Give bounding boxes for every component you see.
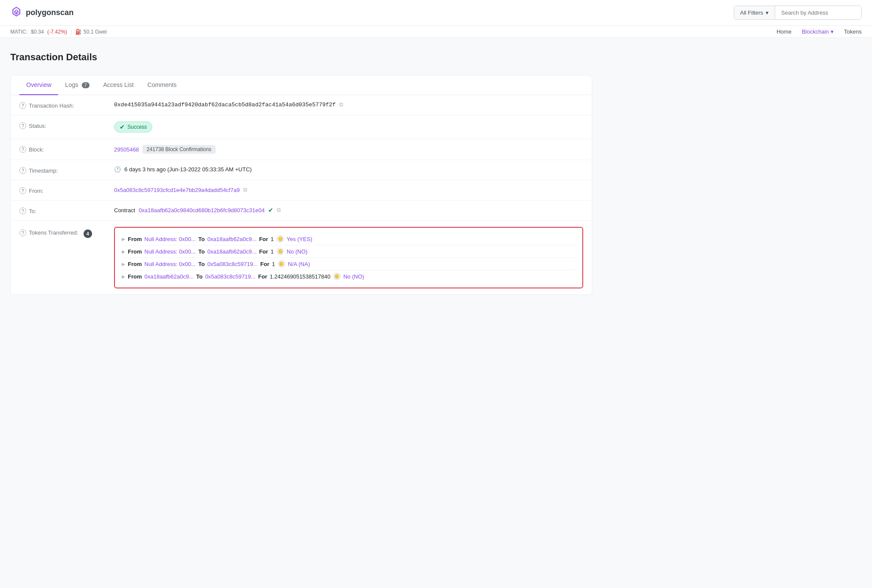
timestamp-row: ? Timestamp: 🕐 6 days 3 hrs ago (Jun-13-… — [11, 160, 592, 180]
token-transfer-row: ▶ From 0xa18aafb62a0c9... To 0x5a083c8c5… — [122, 270, 575, 282]
matic-price: $0.34 — [31, 29, 44, 35]
token-transfer-row: ▶ From Null Address: 0x00... To 0xa18aaf… — [122, 245, 575, 257]
from-label: ? From: — [19, 186, 114, 194]
tokens-value: ▶ From Null Address: 0x00... To 0xa18aaf… — [114, 227, 583, 288]
from-address-link[interactable]: 0x5a083c8c597193cfcd1e4e7bb29a4dadd54cf7… — [114, 187, 240, 193]
nav-tokens[interactable]: Tokens — [844, 28, 862, 35]
logo-icon — [10, 6, 22, 20]
token-icon: 🪙 — [276, 248, 284, 255]
tokens-count-badge: 4 — [83, 229, 92, 238]
chevron-down-icon: ▾ — [766, 9, 769, 16]
arrow-icon: ▶ — [122, 249, 125, 254]
header: polygonscan All Filters ▾ — [0, 0, 872, 26]
logo-text: polygonscan — [26, 8, 74, 17]
check-icon: ✔ — [120, 124, 125, 130]
token-name[interactable]: No (NO) — [287, 248, 307, 255]
block-number-link[interactable]: 29505468 — [114, 146, 139, 153]
copy-icon[interactable]: ⧉ — [277, 207, 281, 214]
token-name[interactable]: N/A (NA) — [288, 261, 310, 267]
copy-icon[interactable]: ⧉ — [339, 101, 343, 108]
logo: polygonscan — [10, 6, 74, 20]
token-from-address[interactable]: Null Address: 0x00... — [145, 236, 196, 242]
page-title: Transaction Details — [10, 52, 592, 63]
question-icon[interactable]: ? — [19, 187, 26, 194]
token-to-address[interactable]: 0x5a083c8c59719... — [205, 273, 256, 280]
matic-change: (-7.42%) — [47, 29, 67, 35]
status-badge: ✔ Success — [114, 121, 152, 133]
divider: | — [71, 29, 72, 35]
tokens-row: ? Tokens Transferred: 4 ▶ From Null Addr… — [11, 221, 592, 294]
tab-overview[interactable]: Overview — [19, 75, 58, 95]
search-container: All Filters ▾ — [734, 6, 862, 20]
tokens-label: ? Tokens Transferred: 4 — [19, 227, 114, 238]
token-from-address[interactable]: Null Address: 0x00... — [145, 248, 196, 255]
gas-info: ⛽ 50.1 Gwei — [75, 29, 107, 35]
token-transfer-row: ▶ From Null Address: 0x00... To 0x5a083c… — [122, 257, 575, 270]
token-icon: 🪙 — [278, 260, 285, 268]
question-icon[interactable]: ? — [19, 146, 26, 153]
filter-button[interactable]: All Filters ▾ — [734, 6, 775, 19]
timestamp-value: 🕐 6 days 3 hrs ago (Jun-13-2022 05:33:35… — [114, 166, 583, 173]
token-icon: 🪙 — [276, 235, 284, 243]
token-name[interactable]: No (NO) — [343, 273, 364, 280]
token-to-address[interactable]: 0xa18aafb62a0c9... — [207, 248, 257, 255]
status-row: ? Status: ✔ Success — [11, 115, 592, 139]
token-from-address[interactable]: 0xa18aafb62a0c9... — [145, 273, 194, 280]
to-label: ? To: — [19, 207, 114, 214]
question-icon[interactable]: ? — [19, 102, 26, 109]
copy-icon[interactable]: ⧉ — [243, 186, 247, 193]
question-icon[interactable]: ? — [19, 229, 26, 236]
token-icon: 🪙 — [333, 272, 341, 280]
tx-hash-row: ? Transaction Hash: 0xde415035a9441a23ad… — [11, 95, 592, 115]
tab-comments[interactable]: Comments — [141, 75, 184, 95]
to-row: ? To: Contract 0xa18aafb62a0c9840cd680b1… — [11, 201, 592, 221]
block-label: ? Block: — [19, 145, 114, 153]
tx-hash-label: ? Transaction Hash: — [19, 101, 114, 109]
from-row: ? From: 0x5a083c8c597193cfcd1e4e7bb29a4d… — [11, 180, 592, 201]
block-confirmations: 241738 Block Confirmations — [142, 145, 216, 154]
token-to-address[interactable]: 0xa18aafb62a0c9... — [207, 236, 257, 242]
gas-value: 50.1 Gwei — [83, 29, 107, 35]
price-info: MATIC: $0.34 (-7.42%) | ⛽ 50.1 Gwei — [10, 29, 107, 35]
tabs: Overview Logs 7 Access List Comments — [11, 75, 592, 95]
tx-hash-text: 0xde415035a9441a23adf9420dabf62daca5cb5d… — [114, 102, 336, 108]
token-transfer-row: ▶ From Null Address: 0x00... To 0xa18aaf… — [122, 233, 575, 245]
main-content: Transaction Details Overview Logs 7 Acce… — [0, 38, 603, 309]
header-right: All Filters ▾ — [734, 6, 862, 20]
to-value: Contract 0xa18aafb62a0c9840cd680b12b6fc9… — [114, 207, 583, 214]
question-icon[interactable]: ? — [19, 207, 26, 214]
transaction-card: Overview Logs 7 Access List Comments ? T… — [10, 75, 592, 295]
from-value: 0x5a083c8c597193cfcd1e4e7bb29a4dadd54cf7… — [114, 186, 583, 193]
nav-home[interactable]: Home — [776, 28, 792, 35]
block-value: 29505468 241738 Block Confirmations — [114, 145, 583, 154]
tab-logs[interactable]: Logs 7 — [58, 75, 96, 95]
to-address-link[interactable]: 0xa18aafb62a0c9840cd680b12b6fc9d8073c31e… — [139, 207, 265, 214]
tx-hash-value: 0xde415035a9441a23adf9420dabf62daca5cb5d… — [114, 101, 583, 108]
timestamp-label: ? Timestamp: — [19, 166, 114, 174]
question-icon[interactable]: ? — [19, 122, 26, 129]
verified-icon: ✔ — [268, 207, 273, 214]
token-from-address[interactable]: Null Address: 0x00... — [145, 261, 196, 267]
arrow-icon: ▶ — [122, 237, 125, 241]
block-row: ? Block: 29505468 241738 Block Confirmat… — [11, 139, 592, 160]
logs-badge: 7 — [82, 82, 90, 88]
search-input[interactable] — [775, 6, 861, 19]
arrow-icon: ▶ — [122, 262, 125, 266]
token-name[interactable]: Yes (YES) — [287, 236, 312, 242]
tokens-box: ▶ From Null Address: 0x00... To 0xa18aaf… — [114, 227, 583, 288]
status-label: ? Status: — [19, 121, 114, 129]
token-to-address[interactable]: 0x5a083c8c59719... — [207, 261, 258, 267]
matic-label: MATIC: — [10, 29, 28, 35]
chevron-down-icon: ▾ — [831, 28, 834, 35]
sub-header: MATIC: $0.34 (-7.42%) | ⛽ 50.1 Gwei Home… — [0, 26, 872, 38]
question-icon[interactable]: ? — [19, 167, 26, 174]
gas-icon: ⛽ — [75, 29, 82, 35]
tab-access-list[interactable]: Access List — [96, 75, 141, 95]
nav-blockchain[interactable]: Blockchain ▾ — [802, 28, 834, 35]
nav-links: Home Blockchain ▾ Tokens — [776, 28, 862, 35]
arrow-icon: ▶ — [122, 274, 125, 279]
status-value: ✔ Success — [114, 121, 583, 133]
clock-icon: 🕐 — [114, 166, 121, 173]
